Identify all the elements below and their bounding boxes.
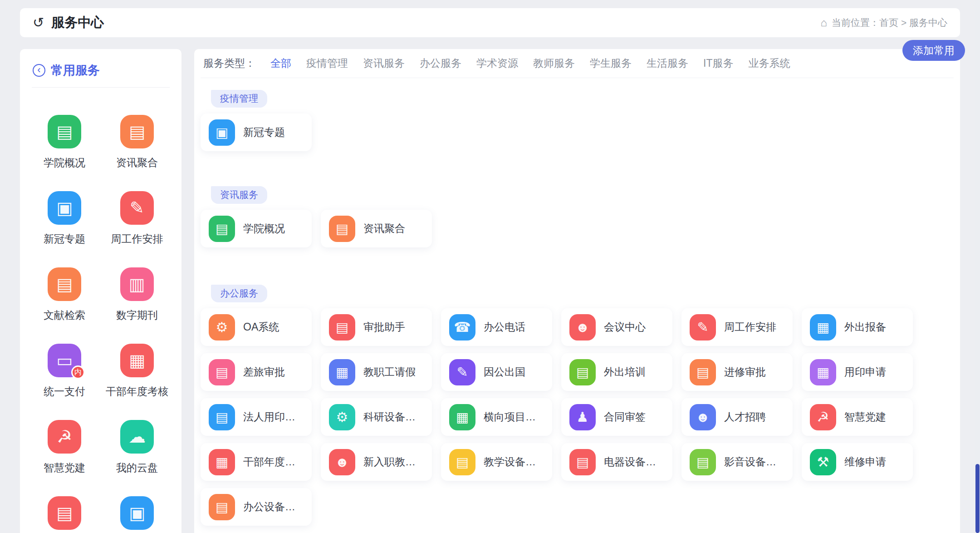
service-card[interactable]: ▤进修审批 <box>681 353 793 391</box>
sidebar-service-item[interactable]: ▣新冠专题 <box>44 191 85 246</box>
service-card[interactable]: ▤办公设备报修 <box>201 488 312 526</box>
service-label: 教职工请假 <box>363 365 416 379</box>
filter-tab[interactable]: 全部 <box>270 56 291 70</box>
filter-tab[interactable]: 学术资源 <box>476 56 518 70</box>
doc-hand-icon: ▤ <box>209 494 235 520</box>
filter-tab[interactable]: IT服务 <box>703 56 733 70</box>
device-repair-icon: ▤ <box>449 449 475 475</box>
service-card[interactable]: ☭智慧党建 <box>802 398 913 436</box>
sidebar-service-item[interactable]: ▤资讯聚合 <box>116 115 158 170</box>
service-label: 干部年度考核 <box>106 385 168 399</box>
service-label: 横向项目合... <box>484 410 544 424</box>
service-label: 数字期刊 <box>116 308 158 322</box>
sidebar-service-item[interactable]: ▦干部年度考核 <box>106 344 168 399</box>
service-card[interactable]: ▦横向项目合... <box>441 398 552 436</box>
section-tag: 资讯服务 <box>211 186 267 204</box>
service-card[interactable]: ▤差旅审批 <box>201 353 312 391</box>
icon-glyph: ▦ <box>129 352 145 369</box>
divider <box>32 87 170 88</box>
icon-glyph: ☭ <box>57 428 72 445</box>
service-label: 办公电话 <box>484 320 525 334</box>
service-label: 维修申请 <box>844 455 886 469</box>
sidebar-service-item[interactable]: ▤学院概况 <box>44 115 85 170</box>
service-card[interactable]: ⚒维修申请 <box>802 443 913 481</box>
service-label: 统一支付 <box>44 385 85 399</box>
icon-glyph: ⚒ <box>817 455 829 469</box>
service-card[interactable]: ✎周工作安排 <box>681 308 793 346</box>
clipboard-person-icon: ▤ <box>48 496 81 530</box>
icon-glyph: ✎ <box>456 365 468 379</box>
scrollbar-track[interactable] <box>975 0 980 533</box>
service-section: 资讯服务▤学院概况▤资讯聚合 <box>201 186 954 247</box>
sidebar-service-item[interactable]: ☭智慧党建 <box>44 420 85 475</box>
service-card[interactable]: ☻人才招聘 <box>681 398 793 436</box>
icon-glyph: ▤ <box>216 365 228 379</box>
notebook-icon: ▦ <box>810 314 836 341</box>
service-type-filter: 服务类型： 全部疫情管理资讯服务办公服务学术资源教师服务学生服务生活服务IT服务… <box>201 49 954 78</box>
service-card[interactable]: ▦干部年度考核 <box>201 443 312 481</box>
service-card[interactable]: ▤资讯聚合 <box>321 210 432 247</box>
service-card[interactable]: ▤法人用印申请 <box>201 398 312 436</box>
sidebar-service-item[interactable]: ▣论文检测 <box>116 496 158 533</box>
notebook-icon: ▦ <box>329 359 355 385</box>
sidebar-service-item[interactable]: ▤审批助手 <box>44 496 85 533</box>
sidebar-service-item[interactable]: ▭内统一支付 <box>44 344 85 399</box>
service-card[interactable]: ▤教学设备报修 <box>441 443 552 481</box>
doc-person-icon: ▤ <box>569 359 596 385</box>
sidebar-service-item[interactable]: ✎周工作安排 <box>111 191 163 246</box>
scrollbar-thumb[interactable] <box>975 464 980 533</box>
service-card[interactable]: ⚙OA系统 <box>201 308 312 346</box>
service-card[interactable]: ▤电器设备报修 <box>561 443 672 481</box>
doc-pencil-icon: ✎ <box>690 314 716 341</box>
filter-tab[interactable]: 学生服务 <box>590 56 632 70</box>
service-card[interactable]: ▤影音设备报修 <box>681 443 793 481</box>
service-card[interactable]: ▦外出报备 <box>802 308 913 346</box>
icon-glyph: ▤ <box>216 222 228 236</box>
service-label: 会议中心 <box>604 320 646 334</box>
service-card[interactable]: ✎因公出国 <box>441 353 552 391</box>
filter-tab[interactable]: 生活服务 <box>647 56 688 70</box>
service-card[interactable]: ☻新入职教职... <box>321 443 432 481</box>
notebook-icon: ▦ <box>810 359 836 385</box>
add-favorite-button[interactable]: 添加常用 <box>902 40 965 61</box>
icon-glyph: ▦ <box>456 410 469 424</box>
common-services-sidebar: ‹ 常用服务 ▤学院概况▤资讯聚合▣新冠专题✎周工作安排▤文献检索▥数字期刊▭内… <box>20 49 181 533</box>
filter-tab[interactable]: 教师服务 <box>533 56 575 70</box>
document-icon: ▤ <box>48 115 81 148</box>
filter-tab[interactable]: 业务系统 <box>748 56 790 70</box>
collapse-icon[interactable]: ‹ <box>33 64 45 77</box>
service-label: 外出培训 <box>604 365 646 379</box>
hammer-sickle-icon: ☭ <box>810 404 836 430</box>
internal-badge: 内 <box>71 365 85 379</box>
service-card[interactable]: ▦教职工请假 <box>321 353 432 391</box>
filter-tab[interactable]: 资讯服务 <box>363 56 405 70</box>
sidebar-grid: ▤学院概况▤资讯聚合▣新冠专题✎周工作安排▤文献检索▥数字期刊▭内统一支付▦干部… <box>20 115 181 533</box>
service-label: 差旅审批 <box>243 365 285 379</box>
service-label: 电器设备报修 <box>604 455 664 469</box>
news-clock-icon: ▤ <box>120 115 154 148</box>
service-label: 资讯聚合 <box>363 222 405 236</box>
sidebar-service-item[interactable]: ▥数字期刊 <box>116 267 158 322</box>
back-icon[interactable]: ↺ <box>33 16 44 30</box>
service-card[interactable]: ☻会议中心 <box>561 308 672 346</box>
service-card[interactable]: ⚙科研设备购置 <box>321 398 432 436</box>
phone-person-icon: ☎ <box>449 314 475 341</box>
service-label: 新冠专题 <box>44 232 85 246</box>
service-card[interactable]: ▦用印申请 <box>802 353 913 391</box>
service-card[interactable]: ▤外出培训 <box>561 353 672 391</box>
device-repair-icon: ▤ <box>569 449 596 475</box>
service-card[interactable]: ☎办公电话 <box>441 308 552 346</box>
service-card[interactable]: ▤学院概况 <box>201 210 312 247</box>
sidebar-service-item[interactable]: ☁我的云盘 <box>116 420 158 475</box>
service-card[interactable]: ♟合同审签 <box>561 398 672 436</box>
document-icon: ▤ <box>209 404 235 430</box>
filter-tab[interactable]: 疫情管理 <box>306 56 348 70</box>
document-icon: ▤ <box>209 216 235 242</box>
sidebar-service-item[interactable]: ▤文献检索 <box>44 267 85 322</box>
service-label: 外出报备 <box>844 320 886 334</box>
service-card[interactable]: ▣新冠专题 <box>201 114 312 151</box>
person-icon: ☻ <box>329 449 355 475</box>
filter-tab[interactable]: 办公服务 <box>420 56 461 70</box>
service-card[interactable]: ▤审批助手 <box>321 308 432 346</box>
filter-label: 服务类型： <box>203 56 255 70</box>
